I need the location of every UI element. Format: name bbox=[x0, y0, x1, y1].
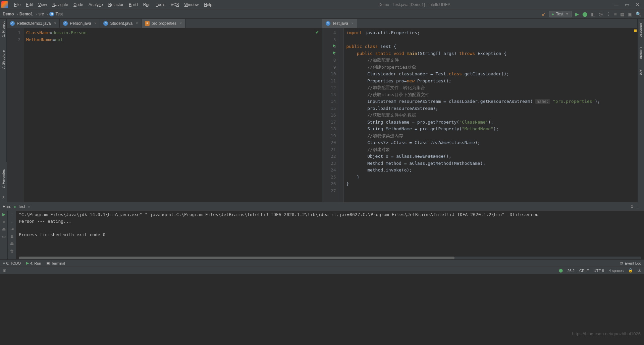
console-line: Process finished with exit code 0 bbox=[19, 232, 105, 237]
java-icon: C bbox=[326, 21, 330, 26]
line-ending[interactable]: CRLF bbox=[579, 269, 589, 273]
search-icon[interactable]: 🔍 bbox=[636, 11, 641, 17]
ant-tool-button[interactable]: Ant bbox=[639, 69, 643, 75]
cursor-position[interactable]: 26:2 bbox=[568, 269, 575, 273]
editor-tabs-left: CReflectDemo1.java× CPerson.java× CStude… bbox=[7, 19, 322, 28]
java-icon: C bbox=[10, 21, 15, 26]
close-tab-icon[interactable]: × bbox=[352, 21, 354, 25]
wrap-icon[interactable]: ⇥ bbox=[10, 227, 14, 231]
down-icon[interactable]: ↓ bbox=[11, 219, 13, 224]
indent-setting[interactable]: 4 spaces bbox=[609, 269, 624, 273]
run-tool-button[interactable]: ▶4: Run bbox=[26, 261, 41, 265]
terminal-tool-button[interactable]: ▣Terminal bbox=[46, 261, 65, 265]
menu-code[interactable]: Code bbox=[71, 1, 86, 8]
error-stripe[interactable] bbox=[633, 28, 637, 202]
project-structure-icon[interactable]: ▣ bbox=[628, 11, 632, 17]
java-icon: C bbox=[63, 21, 68, 26]
stop-icon[interactable]: ■ bbox=[614, 11, 617, 17]
tab-reflectdemo1[interactable]: CReflectDemo1.java× bbox=[7, 19, 60, 28]
tab-person[interactable]: CPerson.java× bbox=[60, 19, 100, 28]
menu-help[interactable]: Help bbox=[201, 1, 215, 8]
star-icon[interactable]: ★ bbox=[2, 195, 5, 200]
horizontal-scrollbar[interactable] bbox=[19, 257, 641, 259]
memory-indicator[interactable]: ⓘ bbox=[638, 268, 641, 273]
run-icon[interactable]: ▶ bbox=[575, 11, 579, 17]
status-ok-icon[interactable]: ⬤ bbox=[559, 268, 563, 273]
coverage-icon[interactable]: ◧ bbox=[591, 11, 595, 17]
event-log-button[interactable]: ◔Event Log bbox=[620, 261, 641, 265]
line-gutter: 12 bbox=[7, 28, 23, 202]
menu-file[interactable]: File bbox=[11, 1, 23, 8]
breadcrumb-file[interactable]: CTest bbox=[49, 12, 63, 16]
menu-window[interactable]: Window bbox=[181, 1, 201, 8]
properties-icon: ≡ bbox=[145, 21, 150, 26]
up-icon[interactable]: ↑ bbox=[11, 212, 13, 217]
menu-analyze[interactable]: Analyze bbox=[86, 1, 106, 8]
lock-icon[interactable]: 🔓 bbox=[628, 268, 633, 273]
scrollbar-thumb[interactable] bbox=[19, 257, 454, 259]
close-icon[interactable]: ✕ bbox=[635, 2, 640, 7]
java-editor[interactable]: 4567891011121314151617181920212223242526… bbox=[322, 28, 638, 202]
close-tab-icon[interactable]: × bbox=[136, 21, 138, 25]
close-tab-icon[interactable]: × bbox=[54, 21, 56, 25]
tool-windows-icon[interactable]: ▣ bbox=[3, 268, 6, 273]
code-area[interactable]: import java.util.Properties; public clas… bbox=[344, 28, 634, 202]
right-tool-rail: Database Codota Ant bbox=[637, 19, 644, 202]
project-tool-button[interactable]: 1: Project bbox=[1, 21, 5, 37]
dump-icon[interactable]: ▭ bbox=[2, 234, 6, 239]
tab-student[interactable]: CStudent.java× bbox=[100, 19, 142, 28]
maximize-icon[interactable]: ▭ bbox=[625, 2, 629, 7]
scroll-icon[interactable]: ⇊ bbox=[10, 234, 14, 239]
file-encoding[interactable]: UTF-8 bbox=[594, 269, 604, 273]
menu-run[interactable]: Run bbox=[141, 1, 153, 8]
warning-marker-icon[interactable] bbox=[634, 29, 637, 32]
todo-tool-button[interactable]: ≡6: TODO bbox=[3, 261, 21, 265]
run-line-icon[interactable]: ▶ bbox=[333, 44, 336, 47]
debug-icon[interactable]: ⬤ bbox=[582, 11, 588, 17]
run-config-selector[interactable]: ▸ Test ▼ bbox=[549, 11, 572, 17]
chevron-right-icon: › bbox=[36, 11, 37, 17]
menu-refactor[interactable]: Refactor bbox=[106, 1, 126, 8]
run-line-icon[interactable]: ▶ bbox=[333, 51, 336, 54]
run-tool-window: Run: ▸Test× ⚙ — ▶ ■ ⏏ ▭ ↑ ↓ ⇥ ⇊ 🖶 🗑 "C:\… bbox=[0, 202, 644, 259]
stop-icon[interactable]: ■ bbox=[2, 219, 5, 224]
console-line: Person --- eating... bbox=[19, 219, 71, 224]
menu-tools[interactable]: Tools bbox=[153, 1, 168, 8]
breadcrumb-src[interactable]: src bbox=[39, 12, 44, 16]
git-icon[interactable]: ▦ bbox=[620, 11, 625, 17]
console-output[interactable]: "C:\Program Files\Java\jdk-14.0.1\bin\ja… bbox=[16, 211, 644, 259]
favorites-tool-button[interactable]: 2: Favorites bbox=[1, 169, 5, 188]
window-title: Demo - Test.java [Demo1] - IntelliJ IDEA bbox=[215, 2, 614, 7]
menu-edit[interactable]: Edit bbox=[23, 1, 36, 8]
run-tab[interactable]: ▸Test× bbox=[14, 204, 30, 209]
left-tool-rail: 1: Project 7: Structure bbox=[0, 19, 7, 162]
breadcrumb-module[interactable]: Demo1 bbox=[19, 12, 33, 16]
close-tab-icon[interactable]: × bbox=[95, 21, 97, 25]
menu-navigate[interactable]: Navigate bbox=[50, 1, 71, 8]
code-area[interactable]: ClassName=domain.Person MethodName=eat bbox=[23, 28, 322, 202]
minimize-panel-icon[interactable]: — bbox=[637, 204, 641, 209]
exit-icon[interactable]: ⏏ bbox=[2, 227, 6, 231]
tab-pro-properties[interactable]: ≡pro.properties× bbox=[142, 19, 185, 28]
close-tab-icon[interactable]: × bbox=[180, 21, 182, 25]
menu-view[interactable]: View bbox=[36, 1, 50, 8]
minimize-icon[interactable]: — bbox=[614, 2, 619, 7]
breadcrumb-root[interactable]: Demo bbox=[3, 12, 14, 16]
tab-test-java[interactable]: CTest.java× bbox=[322, 19, 357, 28]
profile-icon[interactable]: ◷ bbox=[599, 11, 603, 17]
rerun-icon[interactable]: ▶ bbox=[2, 212, 5, 217]
gear-icon[interactable]: ⚙ bbox=[630, 204, 634, 209]
trash-icon[interactable]: 🗑 bbox=[10, 249, 14, 254]
fold-gutter[interactable]: ▶ ▶ bbox=[339, 28, 344, 202]
structure-tool-button[interactable]: 7: Structure bbox=[1, 50, 5, 69]
menu-vcs[interactable]: VCS bbox=[168, 1, 182, 8]
database-tool-button[interactable]: Database bbox=[639, 21, 643, 37]
back-icon[interactable]: ↙ bbox=[542, 11, 546, 17]
line-gutter: 4567891011121314151617181920212223242526… bbox=[322, 28, 339, 202]
run-toolbar-2: ↑ ↓ ⇥ ⇊ 🖶 🗑 bbox=[7, 211, 16, 259]
properties-editor[interactable]: 12 ClassName=domain.Person MethodName=ea… bbox=[7, 28, 322, 202]
print-icon[interactable]: 🖶 bbox=[10, 242, 14, 246]
menu-build[interactable]: Build bbox=[126, 1, 141, 8]
codota-tool-button[interactable]: Codota bbox=[639, 47, 643, 59]
attach-icon[interactable]: ⋮ bbox=[606, 11, 611, 17]
